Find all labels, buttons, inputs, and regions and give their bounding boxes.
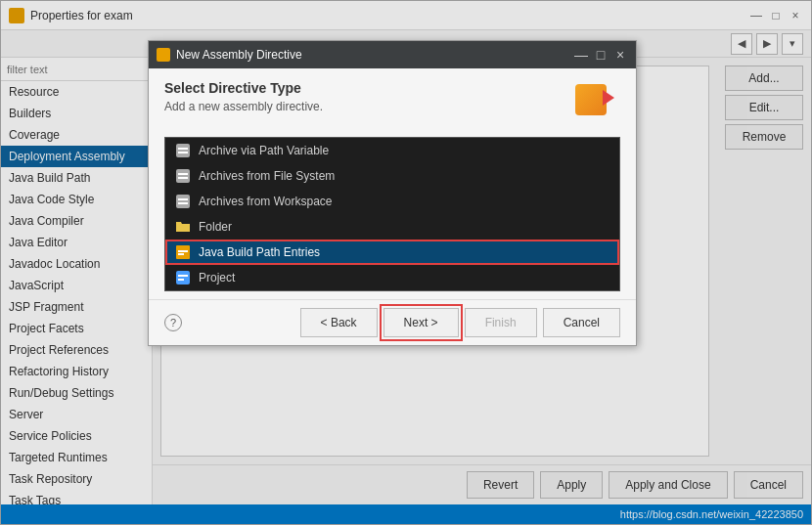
svg-rect-12: [176, 271, 190, 284]
svg-rect-1: [178, 148, 188, 150]
svg-rect-3: [176, 169, 190, 183]
svg-rect-10: [178, 250, 188, 252]
archive-workspace-icon: [175, 194, 191, 209]
directive-list: Archive via Path Variable Archives from …: [164, 137, 620, 291]
svg-rect-8: [178, 202, 188, 204]
dialog-footer: ? < Back Next > Finish Cancel: [149, 299, 636, 345]
main-window: Properties for exam — □ × ◀ ▶ ▾ Resource…: [0, 0, 812, 525]
dialog-header-left: Select Directive Type Add a new assembly…: [164, 80, 323, 113]
dialog-maximize[interactable]: □: [593, 47, 609, 63]
archive-file-icon: [175, 168, 191, 184]
java-build-path-entries-label: Java Build Path Entries: [199, 245, 320, 259]
svg-rect-5: [178, 177, 188, 179]
finish-button[interactable]: Finish: [465, 308, 537, 337]
dialog-header: Select Directive Type Add a new assembly…: [149, 68, 636, 137]
new-assembly-directive-dialog: New Assembly Directive — □ × Select Dire…: [148, 40, 637, 346]
list-item-archive-workspace[interactable]: Archives from Workspace: [165, 189, 619, 214]
dialog-title: New Assembly Directive: [157, 48, 302, 62]
list-item-java-build-path-entries[interactable]: Java Build Path Entries: [165, 240, 619, 265]
back-button[interactable]: < Back: [300, 308, 378, 337]
svg-rect-13: [178, 275, 188, 277]
svg-rect-4: [178, 173, 188, 175]
dialog-close[interactable]: ×: [612, 47, 628, 63]
svg-rect-7: [178, 198, 188, 200]
svg-rect-2: [178, 152, 188, 153]
folder-label: Folder: [199, 220, 232, 234]
dialog-subtitle: Add a new assembly directive.: [164, 100, 323, 113]
icon-arrow: [603, 90, 614, 106]
dialog-title-label: New Assembly Directive: [176, 48, 302, 62]
svg-rect-0: [176, 144, 190, 157]
dialog-footer-buttons: < Back Next > Finish Cancel: [300, 308, 620, 337]
archive-workspace-label: Archives from Workspace: [199, 195, 332, 208]
svg-rect-11: [178, 253, 184, 255]
dialog-select-type-title: Select Directive Type: [164, 80, 323, 96]
list-item-archive-path[interactable]: Archive via Path Variable: [165, 138, 619, 163]
svg-rect-6: [176, 195, 190, 208]
archive-path-icon: [175, 143, 191, 158]
help-button[interactable]: ?: [164, 314, 182, 331]
dialog-header-icon: [571, 80, 620, 129]
dialog-title-icon: [157, 48, 170, 62]
project-label: Project: [199, 271, 235, 284]
folder-icon: [175, 219, 191, 235]
project-icon: [175, 270, 191, 285]
list-item-project[interactable]: Project: [165, 265, 619, 290]
build-path-icon: [175, 244, 191, 260]
archive-path-label: Archive via Path Variable: [199, 144, 329, 157]
dialog-cancel-button[interactable]: Cancel: [543, 308, 620, 337]
svg-rect-14: [178, 279, 184, 281]
dialog-help: ?: [164, 314, 182, 331]
list-item-archive-file[interactable]: Archives from File System: [165, 163, 619, 189]
archive-file-label: Archives from File System: [199, 169, 335, 183]
dialog-title-bar: New Assembly Directive — □ ×: [149, 41, 636, 68]
dialog-minimize[interactable]: —: [573, 47, 589, 63]
dialog-title-controls: — □ ×: [573, 47, 628, 63]
list-item-folder[interactable]: Folder: [165, 214, 619, 240]
dialog-overlay: New Assembly Directive — □ × Select Dire…: [1, 1, 811, 524]
next-button[interactable]: Next >: [383, 308, 459, 337]
